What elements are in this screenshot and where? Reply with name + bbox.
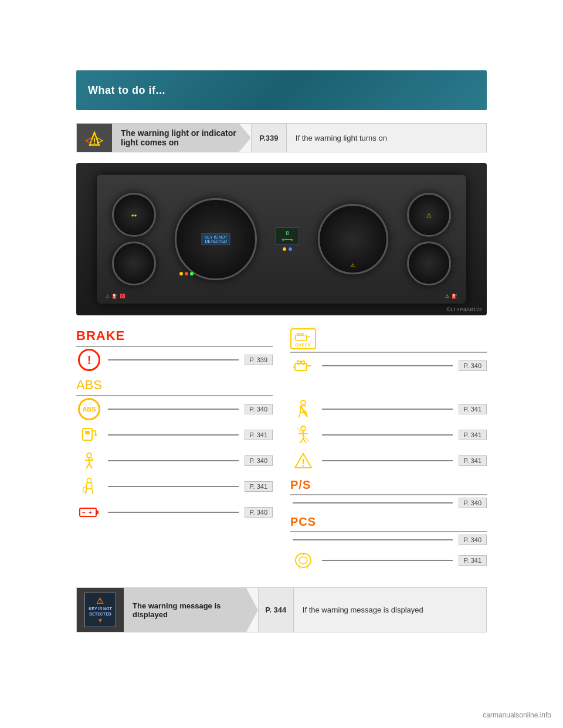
- seatbelt-line: [322, 409, 453, 410]
- tire-pressure-line: [322, 560, 453, 561]
- battery-group: − + P. 340: [76, 502, 273, 523]
- dot-green: [190, 272, 194, 275]
- abs-page: P. 340: [245, 404, 273, 414]
- warning-triangle-group: P. 341: [290, 450, 487, 471]
- abs-line: [108, 409, 239, 410]
- gauge-cluster: ●● KEY IS NOTDETECTED: [97, 175, 466, 304]
- pcs-label-row: PCS: [290, 513, 487, 532]
- fuel-page: P. 341: [245, 430, 273, 440]
- svg-rect-28: [297, 361, 300, 364]
- dot-yellow: [179, 272, 183, 275]
- person-side-line: [108, 486, 239, 487]
- check-label-row: CHECK: [290, 326, 487, 353]
- footer: carmanualsonline.info: [483, 711, 551, 719]
- svg-point-16: [87, 478, 91, 482]
- pcs-icon-row: P. 340: [290, 535, 487, 545]
- warning-triangle-symbol: [290, 450, 316, 471]
- pcs-page: P. 340: [459, 535, 487, 545]
- child-seat-group: P. 340: [76, 450, 273, 471]
- child-seat-page: P. 340: [245, 455, 273, 466]
- svg-line-48: [299, 567, 300, 569]
- right-gauges: ⚠: [407, 193, 451, 285]
- gauge-cluster-container: ●● KEY IS NOTDETECTED: [97, 175, 466, 304]
- svg-point-10: [87, 453, 91, 458]
- svg-line-49: [307, 567, 308, 569]
- child-seat-icon: [80, 452, 98, 470]
- svg-point-4: [94, 142, 95, 144]
- person-front-symbol: [290, 424, 316, 445]
- fuel-symbol: [76, 424, 102, 445]
- svg-rect-24: [301, 334, 303, 336]
- section2-text: The warning message is displayed: [124, 588, 258, 632]
- warning-display-mock: ⚠ KEY IS NOTDETECTED ▼: [84, 593, 116, 627]
- ps-label: P/S: [290, 478, 311, 492]
- fuel-icon: [80, 426, 98, 444]
- right-bottom-gauge: [407, 241, 451, 285]
- right-top-gauge: ⚠: [407, 193, 451, 237]
- person-front-line: [322, 434, 453, 436]
- page-banner: What to do if...: [76, 70, 487, 110]
- seatbelt-group: P. 341: [290, 381, 487, 420]
- bottom-indicators-right: ⚠ ⛽: [445, 294, 457, 299]
- left-top-gauge: ●●: [112, 193, 156, 237]
- person-front-page: P. 341: [459, 430, 487, 440]
- tire-pressure-symbol: [290, 550, 316, 571]
- main-content: ◁ ▷ The warning light or indicator light…: [76, 123, 487, 632]
- dashboard-image: ●● KEY IS NOTDETECTED: [76, 163, 487, 315]
- check-engine-icon-row: P. 340: [290, 355, 487, 376]
- warning-display-icon-box: ⚠ KEY IS NOTDETECTED ▼: [77, 588, 124, 632]
- svg-rect-19: [96, 511, 99, 514]
- fuel-group: P. 341: [76, 424, 273, 445]
- seatbelt-page: P. 341: [459, 404, 487, 414]
- brake-symbol: !: [76, 349, 102, 370]
- tire-pressure-icon: [294, 552, 313, 569]
- svg-line-40: [297, 428, 309, 442]
- abs-circle-icon: ABS: [78, 398, 100, 420]
- svg-line-39: [303, 438, 306, 443]
- check-engine-group: CHECK P. 340: [290, 326, 487, 376]
- seatbelt-symbol: [290, 399, 316, 420]
- tire-pressure-icon-row: P. 341: [290, 550, 487, 571]
- brake-icon-row: ! P. 339: [76, 349, 273, 370]
- brake-line: [108, 359, 239, 360]
- svg-point-9: [94, 434, 97, 436]
- svg-text:◁: ◁: [84, 135, 92, 144]
- svg-rect-22: [296, 335, 307, 341]
- abs-label-row: ABS: [76, 375, 273, 396]
- section2-page-ref: P. 344: [258, 588, 293, 632]
- svg-text:−: −: [82, 509, 86, 516]
- person-side-symbol: [76, 476, 102, 497]
- warning-icons-grid: BRAKE ! P. 339 ABS ABS: [76, 326, 487, 576]
- check-label-text: CHECK: [295, 343, 311, 347]
- person-front-icon-row: P. 341: [290, 424, 487, 445]
- tire-pressure-page: P. 341: [459, 555, 487, 566]
- child-seat-icon-row: P. 340: [76, 450, 273, 471]
- pcs-group: PCS P. 340: [290, 513, 487, 545]
- check-engine-label-box: CHECK: [290, 328, 316, 349]
- svg-rect-23: [297, 334, 300, 336]
- section2-description: If the warning message is displayed: [293, 588, 486, 632]
- person-side-page: P. 341: [245, 481, 273, 492]
- section1-description: If the warning light turns on: [286, 124, 486, 152]
- ps-icon-row: P. 340: [290, 498, 487, 508]
- ps-page: P. 340: [459, 498, 487, 508]
- indicator-dots: [179, 272, 194, 275]
- check-engine-label-icon: [293, 331, 314, 343]
- pcs-label: PCS: [290, 515, 316, 529]
- fuel-icon-row: P. 341: [76, 424, 273, 445]
- check-engine-symbol: [290, 355, 316, 376]
- brake-label-row: BRAKE: [76, 326, 273, 347]
- svg-line-14: [89, 464, 92, 468]
- brake-page: P. 339: [245, 355, 273, 365]
- pcs-line: [293, 539, 453, 540]
- section1-text: The warning light or indicator light com…: [112, 124, 251, 152]
- brake-circle-icon: !: [78, 349, 100, 371]
- warning-light-icon-box: ◁ ▷: [77, 124, 112, 152]
- svg-point-43: [303, 465, 304, 467]
- check-engine-page: P. 340: [459, 360, 487, 371]
- banner-title: What to do if...: [88, 84, 165, 97]
- svg-point-44: [296, 553, 311, 567]
- section1-header: ◁ ▷ The warning light or indicator light…: [76, 123, 487, 152]
- ps-label-row: P/S: [290, 476, 487, 495]
- center-dot-2: [289, 247, 292, 251]
